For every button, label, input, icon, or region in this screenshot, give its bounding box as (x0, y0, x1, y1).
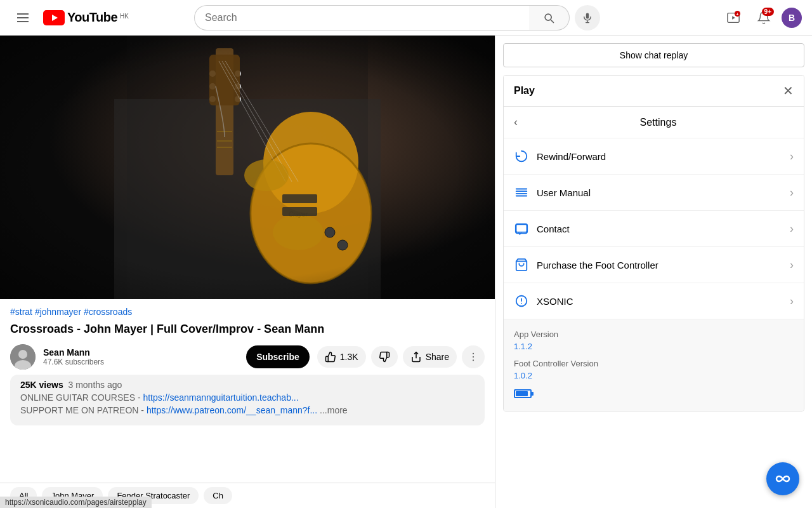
view-count-row: 25K views 3 months ago (20, 380, 475, 390)
close-play-panel-button[interactable]: ✕ (783, 83, 794, 98)
svg-point-40 (473, 360, 474, 361)
video-info: #strat #johnmayer #crossroads Crossroads… (0, 299, 495, 370)
thumbs-down-icon (379, 351, 390, 363)
foot-controller-icon (514, 257, 529, 272)
avatar-initial: B (789, 13, 795, 23)
version-info: App Version 1.1.2 Foot Controller Versio… (504, 319, 804, 411)
thumbs-up-icon (325, 351, 336, 363)
user-manual-chevron-icon: › (790, 186, 794, 199)
desc-courses-row: ONLINE GUITAR COURSES - https://seanmann… (20, 392, 475, 403)
search-bar (194, 5, 600, 30)
infinity-fab-button[interactable] (766, 462, 799, 495)
contact-icon (514, 221, 529, 236)
channel-avatar[interactable] (10, 344, 36, 370)
header-left: YouTube HK (10, 5, 129, 30)
settings-item-purchase[interactable]: Purchase the Foot Controller › (504, 247, 804, 283)
settings-back-button[interactable]: ‹ (514, 116, 518, 129)
mic-button[interactable] (575, 5, 600, 30)
contact-chevron-icon: › (790, 222, 794, 236)
patreon-link[interactable]: https://www.patreon.com/__sean_mann?f... (147, 405, 317, 415)
infinity-icon (774, 470, 792, 488)
courses-link[interactable]: https://seanmannguitartuition.teachab... (143, 392, 298, 403)
action-buttons: 1.3K Share (317, 345, 485, 368)
share-button[interactable]: Share (403, 346, 457, 368)
purchase-label: Purchase the Foot Controller (537, 260, 782, 271)
back-arrow-icon: ‹ (514, 116, 518, 129)
youtube-region: HK (120, 13, 129, 20)
foot-version-value: 1.0.2 (514, 371, 794, 380)
main-content: Crayer #strat #johnmayer #crossroads Cro… (0, 36, 812, 508)
search-icon (542, 11, 555, 24)
channel-info: Sean Mann 47.6K subscribers (43, 347, 239, 366)
svg-rect-34 (0, 36, 495, 299)
foot-version-label: Foot Controller Version (514, 359, 794, 368)
create-button[interactable]: + (721, 5, 746, 30)
video-player[interactable]: Crayer (0, 36, 495, 299)
status-url: https://xsonicaudio.com/pages/airsteppla… (0, 497, 152, 508)
rewind-forward-chevron-icon: › (790, 150, 794, 163)
svg-point-36 (18, 350, 27, 359)
svg-point-50 (521, 303, 522, 304)
user-manual-label: User Manual (537, 187, 782, 198)
settings-panel: ‹ Settings Rewind/Forward › (504, 107, 804, 411)
channel-subs: 47.6K subscribers (43, 358, 239, 366)
share-icon (410, 351, 422, 363)
rewind-forward-icon (514, 149, 529, 164)
search-button[interactable] (529, 5, 570, 30)
hamburger-menu-button[interactable] (10, 5, 36, 30)
description-block: 25K views 3 months ago ONLINE GUITAR COU… (10, 375, 485, 425)
youtube-wordmark: YouTube (67, 10, 117, 25)
channel-row: Sean Mann 47.6K subscribers Subscribe 1.… (10, 344, 485, 370)
desc-patreon-row: SUPPORT ME ON PATREON - https://www.patr… (20, 405, 475, 415)
like-button[interactable]: 1.3K (317, 346, 366, 368)
view-count: 25K views (20, 380, 63, 390)
svg-point-39 (473, 356, 474, 358)
svg-point-38 (473, 353, 474, 354)
search-input[interactable] (205, 12, 519, 23)
upload-time: 3 months ago (66, 380, 122, 390)
more-description-toggle[interactable]: ...more (320, 405, 348, 415)
notification-badge: 9+ (762, 8, 774, 16)
courses-label: ONLINE GUITAR COURSES - (20, 392, 141, 403)
notifications-button[interactable]: 9+ (751, 5, 776, 30)
dislike-button[interactable] (371, 346, 398, 368)
more-dots-icon (468, 351, 479, 363)
right-sidebar: Show chat replay Play ✕ ‹ Settings (495, 36, 812, 508)
settings-item-rewind-forward[interactable]: Rewind/Forward › (504, 138, 804, 175)
settings-item-xsonic[interactable]: XSONIC › (504, 283, 804, 319)
mic-icon (582, 12, 593, 23)
play-panel-title: Play (514, 85, 535, 97)
header-right: + 9+ B (721, 5, 802, 30)
channel-name[interactable]: Sean Mann (43, 347, 239, 358)
settings-title: Settings (523, 117, 794, 128)
app-version-value: 1.1.2 (514, 342, 794, 351)
more-options-button[interactable] (462, 345, 485, 368)
show-chat-replay-button[interactable]: Show chat replay (503, 43, 804, 67)
youtube-logo[interactable]: YouTube HK (43, 10, 129, 25)
xsonic-chevron-icon: › (790, 295, 794, 308)
avatar-button[interactable]: B (782, 8, 802, 28)
subscribe-button[interactable]: Subscribe (246, 345, 310, 368)
svg-text:+: + (737, 12, 739, 17)
video-tags[interactable]: #strat #johnmayer #crossroads (10, 307, 485, 317)
close-icon: ✕ (783, 84, 794, 98)
xsonic-label: XSONIC (537, 296, 782, 307)
svg-rect-46 (516, 225, 527, 232)
settings-header: ‹ Settings (504, 107, 804, 138)
video-title: Crossroads - John Mayer | Full Cover/Imp… (10, 322, 485, 337)
battery-icon (514, 389, 532, 398)
battery-fill (516, 391, 528, 396)
settings-item-user-manual[interactable]: User Manual › (504, 175, 804, 211)
settings-item-contact[interactable]: Contact › (504, 211, 804, 247)
like-count: 1.3K (340, 352, 358, 362)
search-input-wrap (194, 5, 529, 30)
xsonic-icon (514, 293, 529, 309)
play-panel-header: Play ✕ (504, 76, 804, 107)
patreon-label: SUPPORT ME ON PATREON - (20, 405, 144, 415)
youtube-logo-icon (43, 10, 65, 25)
rewind-forward-label: Rewind/Forward (537, 151, 782, 162)
chip-ch[interactable]: Ch (204, 487, 232, 504)
app-version-label: App Version (514, 330, 794, 339)
hamburger-icon (17, 13, 29, 22)
share-label: Share (426, 352, 449, 362)
